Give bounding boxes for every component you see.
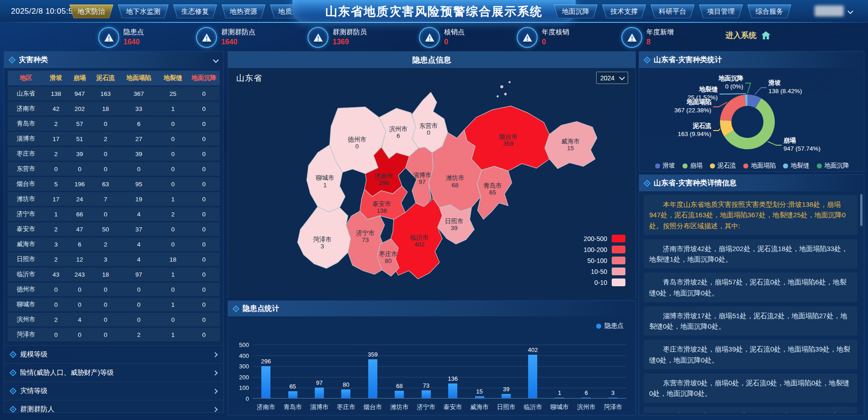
tab-right-1[interactable]: 技术支撑: [602, 5, 646, 18]
table-row[interactable]: 临沂市43243189710: [8, 268, 220, 281]
tab-left-2[interactable]: 生态修复: [173, 5, 217, 18]
bar[interactable]: 68: [395, 391, 404, 398]
table-cell: 6: [68, 241, 91, 248]
map-legend-item-0[interactable]: 200-500: [584, 235, 625, 242]
table-row[interactable]: 济南市42202183310: [8, 102, 220, 116]
bar[interactable]: 136: [448, 383, 457, 398]
section-item-3[interactable]: 群测群防人: [4, 400, 223, 418]
bar[interactable]: 3: [609, 398, 618, 398]
table-cell: 1: [158, 301, 188, 308]
bar[interactable]: 359: [368, 359, 377, 398]
table-row[interactable]: 滨州市240000: [8, 313, 220, 326]
tab-left-1[interactable]: 地下水监测: [118, 5, 169, 18]
stat-label: 核销点: [444, 28, 465, 37]
user-menu[interactable]: [815, 5, 852, 16]
stat-value: 8: [646, 38, 674, 46]
map-legend-item-4[interactable]: 0-10: [584, 278, 625, 286]
table-cell: 50: [91, 226, 120, 233]
table-row[interactable]: 威海市362400: [8, 237, 220, 251]
map-legend-swatch: [612, 257, 625, 264]
bar-legend-label: 隐患点: [604, 322, 624, 330]
bar[interactable]: 15: [475, 396, 484, 398]
table-cell: 5: [44, 181, 68, 188]
table-row[interactable]: 济宁市1660420: [8, 207, 220, 221]
table-cell: 0: [188, 121, 220, 127]
disaster-type-table: 地区滑坡崩塌泥石流地面塌陷地裂缝地面沉降 山东省138947163367250济…: [4, 68, 223, 341]
table-cell: 淄博市: [8, 135, 44, 143]
tab-left-3[interactable]: 地热资源: [222, 5, 265, 18]
bar-x-label: 聊城市: [546, 400, 573, 411]
map-legend-item-3[interactable]: 10-50: [584, 268, 625, 275]
tab-left-0[interactable]: 地灾防治: [69, 5, 113, 18]
table-row[interactable]: 淄博市175122700: [8, 132, 220, 146]
bar[interactable]: 73: [422, 390, 431, 398]
map-panel: 隐患点信息 山东省 2024: [228, 51, 636, 298]
table-cell: 19: [120, 196, 158, 203]
donut-legend-label: 地面塌陷: [751, 162, 776, 170]
table-cell: 243: [68, 271, 91, 278]
stat-item-4: 年度核销0: [517, 27, 569, 48]
collapse-chevron-icon[interactable]: [213, 57, 219, 63]
tab-right-2[interactable]: 科研平台: [651, 5, 694, 18]
donut-legend-item-5[interactable]: 地面沉降: [817, 162, 849, 170]
table-row[interactable]: 山东省138947163367250: [8, 87, 220, 100]
table-cell: 4: [120, 211, 158, 218]
bar[interactable]: 39: [502, 394, 511, 398]
table-row[interactable]: 东营市000000: [8, 162, 220, 176]
year-select[interactable]: 2024: [596, 72, 628, 84]
donut-legend-item-1[interactable]: 崩塌: [683, 162, 703, 170]
map-legend-item-1[interactable]: 100-200: [584, 246, 625, 253]
map-legend-item-2[interactable]: 50-100: [584, 257, 625, 264]
table-cell: 33: [120, 105, 158, 112]
table-cell: 0: [44, 331, 68, 338]
table-row[interactable]: 日照市21234180: [8, 252, 220, 266]
table-cell: 0: [91, 166, 120, 173]
donut-legend-item-2[interactable]: 泥石流: [710, 162, 736, 170]
bar[interactable]: 65: [288, 391, 297, 398]
section-item-0[interactable]: 规模等级: [4, 345, 223, 363]
table-row[interactable]: 泰安市247503700: [8, 222, 220, 236]
table-row[interactable]: 青岛市2570600: [8, 117, 220, 131]
bar[interactable]: 296: [261, 366, 270, 398]
donut-label-5: 地面沉降0 (0%): [719, 74, 743, 91]
bar[interactable]: 80: [341, 389, 350, 398]
tab-right-4[interactable]: 综合服务: [747, 5, 791, 18]
tab-right-3[interactable]: 项目管理: [699, 5, 743, 18]
table-row[interactable]: 聊城市000010: [8, 298, 220, 311]
tab-right-0[interactable]: 地面沉降: [554, 5, 598, 18]
bar-value-label: 296: [261, 358, 271, 365]
map-legend-swatch: [612, 268, 625, 275]
donut-legend-item-3[interactable]: 地面塌陷: [743, 162, 776, 170]
tab-label: 项目管理: [699, 5, 742, 18]
table-cell: 95: [120, 181, 158, 188]
table-body: 山东省138947163367250济南市42202183310青岛市25706…: [8, 87, 220, 341]
section-item-2[interactable]: 灾情等级: [4, 382, 223, 400]
chevron-right-icon: [212, 352, 217, 357]
table-row[interactable]: 枣庄市23903900: [8, 147, 220, 161]
bar[interactable]: 1: [555, 398, 564, 398]
stat-item-0: 隐患点1640: [98, 27, 144, 48]
bar[interactable]: 97: [315, 388, 324, 398]
table-row[interactable]: 烟台市5196639500: [8, 177, 220, 191]
stats-bar: 隐患点1640群测群防点1640群测群防员1369核销点0年度核销0年度新增8: [98, 25, 674, 50]
section-item-1[interactable]: 险情(威胁人口、威胁财产)等级: [4, 363, 223, 382]
enter-system-link[interactable]: 进入系统: [725, 30, 772, 41]
donut-slice-3[interactable]: [720, 94, 746, 121]
warning-icon: [621, 27, 642, 48]
detail-item-3: 淄博市滑坡17处，崩塌51处，泥石流2处，地面塌陷27处，地裂缝0处，地面沉降0…: [644, 306, 857, 336]
bar-value-label: 97: [316, 379, 323, 386]
donut-legend-item-4[interactable]: 地裂缝: [783, 162, 810, 170]
bar[interactable]: 402: [528, 355, 537, 398]
table-row[interactable]: 潍坊市172471910: [8, 192, 220, 206]
bar[interactable]: 6: [582, 398, 591, 398]
table-cell: 2: [158, 211, 188, 218]
table-cell: 138: [44, 90, 68, 97]
details-list[interactable]: 本年度山东省地质灾害按照灾害类型划分:滑坡138处，崩塌947处，泥石流163处…: [639, 191, 864, 413]
table-row[interactable]: 德州市000000: [8, 283, 220, 296]
donut-legend-item-0[interactable]: 滑坡: [655, 162, 675, 170]
table-row[interactable]: 菏泽市000210: [8, 328, 220, 341]
bar-legend[interactable]: 隐患点: [596, 322, 624, 330]
scrollbar-thumb[interactable]: [860, 194, 863, 226]
table-cell: 0: [188, 181, 220, 188]
bar-value-label: 80: [343, 381, 349, 388]
